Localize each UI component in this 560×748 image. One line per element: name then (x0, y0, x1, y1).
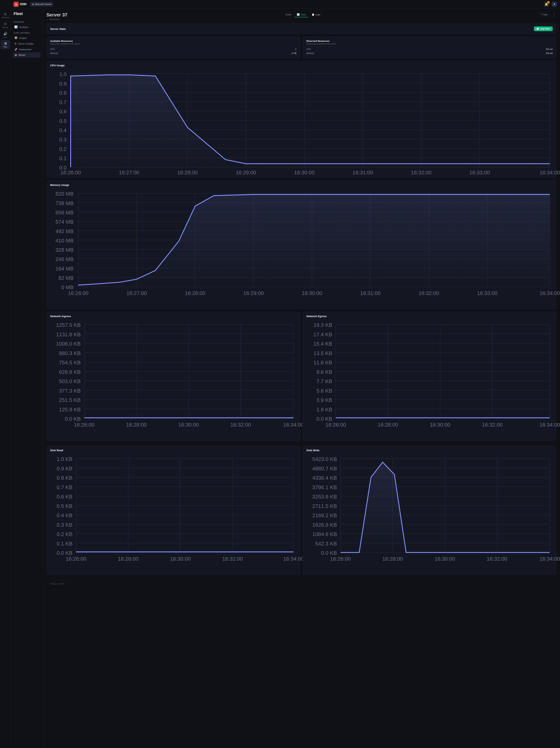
network-egress-card: Network Egress 19.3 KB 17.4 KB 15.4 KB 1… (303, 311, 556, 441)
available-memory-value: 2 GB (292, 52, 296, 54)
user-avatar[interactable]: ✦ (552, 1, 557, 7)
svg-text:492 MB: 492 MB (55, 228, 73, 234)
svg-text:164 MB: 164 MB (55, 265, 73, 272)
svg-text:0.4: 0.4 (59, 127, 67, 133)
disk-write-svg: 5423.0 KB 4880.7 KB 4338.4 KB 3796.1 KB … (307, 454, 553, 571)
sidebar-section-fleet-settings: FLEET SETTINGS (14, 32, 41, 34)
svg-text:16:26:00: 16:26:00 (325, 422, 346, 428)
page-title: Server 37 (46, 12, 67, 18)
tab-stats[interactable]: 📊 Stats (294, 12, 309, 17)
svg-text:2169.2 KB: 2169.2 KB (312, 512, 337, 518)
svg-text:16:32:00: 16:32:00 (222, 556, 243, 562)
svg-text:1006.0 KB: 1006.0 KB (56, 341, 81, 347)
svg-text:16:31:00: 16:31:00 (352, 169, 373, 176)
svg-text:82 MB: 82 MB (58, 275, 74, 281)
nav-item-voice[interactable]: 🔊 Voice (1, 30, 10, 40)
svg-text:16:30:00: 16:30:00 (294, 169, 315, 176)
app-name: ODIN (20, 3, 26, 6)
project-button[interactable]: ⊞ Minecraft Tutorial (30, 2, 53, 7)
server-configs-icon: ⚙ (14, 42, 17, 45)
cpu-chart-title: CPU Usage (50, 64, 553, 67)
sidebar-label-analytics: Analytics (19, 26, 28, 28)
last-hour-button[interactable]: 🕐 Last Hour (534, 26, 553, 31)
svg-text:16:27:00: 16:27:00 (119, 169, 139, 176)
svg-text:16:28:00: 16:28:00 (177, 169, 198, 176)
svg-text:19.3 KB: 19.3 KB (313, 322, 332, 328)
images-icon: 📦 (14, 36, 18, 40)
notification-badge: 9 (547, 1, 550, 4)
reserved-memory-value: Not set (546, 52, 553, 54)
svg-text:16:32:00: 16:32:00 (487, 556, 507, 562)
svg-text:754.5 KB: 754.5 KB (59, 359, 80, 366)
svg-text:16:29:00: 16:29:00 (243, 290, 264, 296)
project-name: Minecraft Tutorial (35, 3, 51, 5)
svg-text:0.2 KB: 0.2 KB (57, 531, 73, 537)
svg-text:377.3 KB: 377.3 KB (59, 388, 80, 394)
svg-text:0.3 KB: 0.3 KB (57, 522, 73, 528)
main-content: Server 37 ← All Servers ℹ Info 📊 Stats 📋 (43, 8, 560, 748)
network-egress-title: Network Egress (307, 314, 553, 318)
svg-text:16:32:00: 16:32:00 (482, 422, 503, 428)
sidebar-label-server: Server (18, 54, 25, 56)
svg-text:16:30:00: 16:30:00 (178, 422, 199, 428)
memory-chart-svg: 820 MB 738 MB 656 MB 574 MB 492 MB 410 M… (50, 189, 553, 306)
nav-label-voice: Voice (3, 36, 7, 38)
sidebar-item-images[interactable]: 📦 Images (13, 35, 41, 41)
svg-text:503.0 KB: 503.0 KB (59, 378, 80, 384)
svg-text:16:34:00: 16:34:00 (283, 422, 304, 428)
cpu-chart-card: CPU Usage 1.0 0.9 0.8 0.7 0.6 0.5 0.4 0.… (46, 61, 556, 178)
topbar-actions: 🔔 9 ✦ (543, 1, 557, 7)
svg-text:16:28:00: 16:28:00 (378, 422, 398, 428)
sidebar-item-server[interactable]: 🖥 Server (13, 52, 41, 58)
nav-item-dashboard[interactable]: ⊞ Dashboard (1, 11, 10, 20)
svg-text:574 MB: 574 MB (55, 219, 73, 225)
svg-text:16:34:00: 16:34:00 (539, 556, 560, 562)
svg-text:O: O (15, 3, 17, 6)
cpu-chart-area: 1.0 0.9 0.8 0.7 0.6 0.5 0.4 0.3 0.2 0.1 … (50, 69, 553, 175)
tab-logs[interactable]: 📋 Logs (309, 12, 323, 17)
sidebar-item-deployment[interactable]: 🚀 Deployment (13, 46, 41, 52)
sidebar-item-analytics[interactable]: 📊 Analytics (13, 24, 41, 30)
svg-text:656 MB: 656 MB (55, 209, 73, 215)
svg-text:16:34:00: 16:34:00 (539, 290, 560, 296)
svg-text:16:28:00: 16:28:00 (382, 556, 403, 562)
svg-text:410 MB: 410 MB (55, 237, 73, 243)
tab-logs-label: Logs (315, 13, 320, 16)
svg-text:125.8 KB: 125.8 KB (59, 406, 80, 412)
footer-text: 4Players © 2024 (50, 583, 65, 585)
available-memory-label: Memory (50, 52, 58, 54)
disk-charts-row: Disk Read 1.0 KB 0.9 KB 0.8 KB 0.7 KB 0.… (46, 446, 556, 575)
nav-item-settings[interactable]: ⚙ Settings (1, 21, 10, 30)
network-ingress-svg: 1257.5 KB 1131.8 KB 1006.0 KB 880.3 KB 7… (50, 320, 296, 437)
deployment-icon: 🚀 (14, 48, 18, 51)
stats-icon: 📊 (297, 13, 300, 16)
logs-icon: 📋 (312, 13, 315, 16)
tab-info[interactable]: ℹ Info (283, 12, 294, 17)
svg-text:0.3: 0.3 (59, 137, 67, 142)
svg-text:16:27:00: 16:27:00 (126, 290, 147, 296)
notifications-button[interactable]: 🔔 9 (543, 1, 549, 7)
back-link[interactable]: ← All Servers (46, 18, 67, 21)
reserved-resources-card: Reserved Resources Resources reserved fo… (303, 37, 556, 58)
svg-text:0.0 KB: 0.0 KB (57, 550, 73, 556)
cpu-chart-svg: 1.0 0.9 0.8 0.7 0.6 0.5 0.4 0.3 0.2 0.1 … (50, 69, 553, 174)
more-button[interactable]: ⋮ (552, 12, 556, 17)
svg-text:16:32:00: 16:32:00 (419, 290, 439, 296)
server-stats-card: Server Stats 🕐 Last Hour (46, 23, 556, 34)
svg-text:16:33:00: 16:33:00 (469, 169, 490, 176)
fleet-icon: 🖥 (4, 42, 7, 45)
svg-text:0.8: 0.8 (59, 90, 67, 96)
svg-text:16:32:00: 16:32:00 (230, 422, 251, 428)
svg-text:246 MB: 246 MB (55, 256, 73, 262)
nav-label-settings: Settings (2, 26, 8, 28)
svg-text:16:31:00: 16:31:00 (360, 290, 381, 296)
sidebar-item-server-configs[interactable]: ⚙ Server Configs (13, 41, 41, 46)
available-memory-row: Memory 2 GB (50, 51, 296, 55)
help-button[interactable]: ? Help (539, 12, 550, 17)
svg-text:1.0 KB: 1.0 KB (57, 456, 73, 462)
available-resources-title: Available Resources (50, 40, 296, 42)
disk-write-title: Disk Write (307, 449, 553, 452)
svg-text:0.6: 0.6 (59, 109, 67, 114)
svg-text:16:32:00: 16:32:00 (411, 169, 431, 176)
nav-item-fleet[interactable]: 🖥 Fleet (1, 40, 10, 49)
